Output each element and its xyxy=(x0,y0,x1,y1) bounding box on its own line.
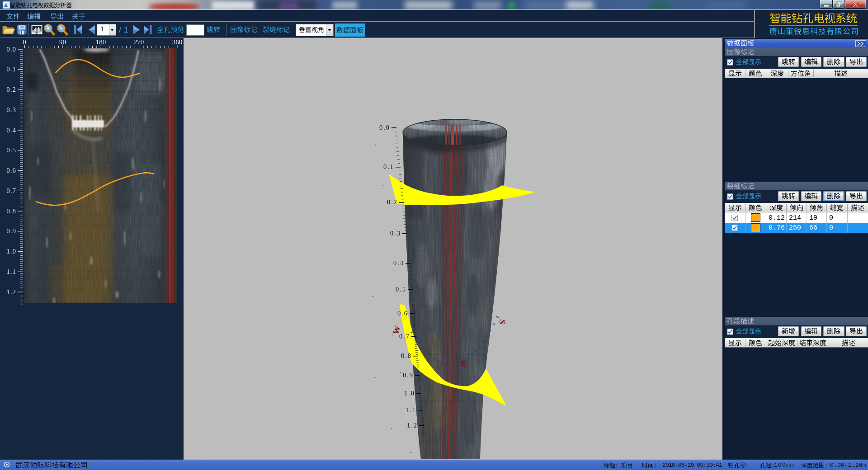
svg-text:0.7: 0.7 xyxy=(399,333,410,340)
svg-text:0.0: 0.0 xyxy=(6,46,16,53)
svg-text:0.0: 0.0 xyxy=(379,124,390,131)
svg-text:1.2: 1.2 xyxy=(6,288,16,296)
svg-text:0.4: 0.4 xyxy=(6,127,16,134)
svg-text:1.0: 1.0 xyxy=(6,248,16,255)
svg-text:0.6: 0.6 xyxy=(6,167,16,174)
svg-text:0.1: 0.1 xyxy=(383,163,394,170)
svg-text:0.7: 0.7 xyxy=(6,187,16,194)
svg-text:0.4: 0.4 xyxy=(393,259,404,267)
svg-text:1.1: 1.1 xyxy=(406,406,416,414)
svg-text:0.5: 0.5 xyxy=(396,286,406,293)
svg-text:0.3: 0.3 xyxy=(6,106,16,113)
svg-text:0.3: 0.3 xyxy=(390,230,401,237)
svg-text:1.0: 1.0 xyxy=(404,390,415,397)
svg-text:0.9: 0.9 xyxy=(6,227,16,235)
svg-text:0.6: 0.6 xyxy=(397,310,408,317)
svg-text:0.8: 0.8 xyxy=(401,352,412,359)
svg-text:0.2: 0.2 xyxy=(6,86,16,93)
svg-text:0.1: 0.1 xyxy=(6,66,16,73)
svg-text:0.8: 0.8 xyxy=(6,207,16,215)
svg-text:0.2: 0.2 xyxy=(387,198,398,206)
svg-text:0.5: 0.5 xyxy=(6,146,16,154)
svg-text:1.2: 1.2 xyxy=(407,422,418,429)
svg-text:1.1: 1.1 xyxy=(6,268,16,275)
svg-text:0.9: 0.9 xyxy=(403,371,414,379)
